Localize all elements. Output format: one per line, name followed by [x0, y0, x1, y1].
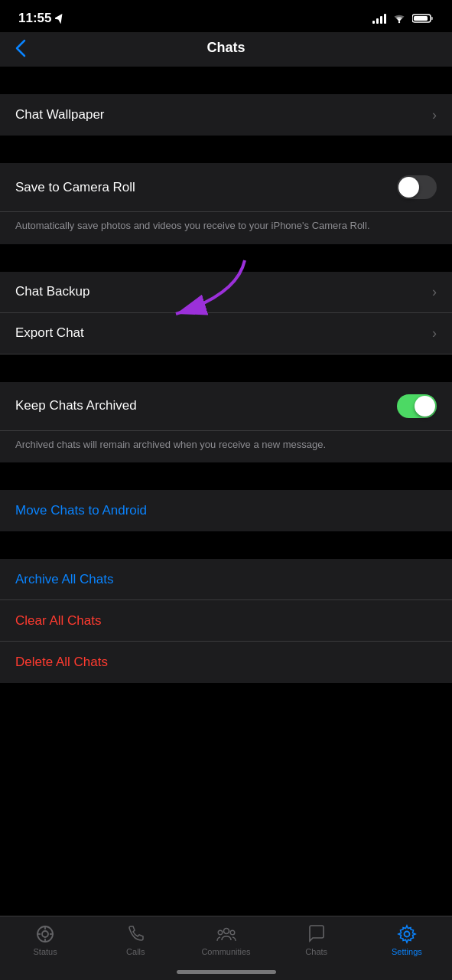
nav-header: Chats [0, 32, 452, 67]
chat-backup-row[interactable]: Chat Backup › [0, 272, 452, 313]
tab-status[interactable]: Status [0, 924, 90, 956]
back-button[interactable] [15, 39, 26, 57]
svg-rect-3 [414, 16, 428, 21]
tab-settings[interactable]: Settings [362, 924, 452, 956]
svg-point-12 [218, 930, 223, 935]
signal-icon [372, 13, 386, 24]
delete-all-row[interactable]: Delete All Chats [0, 642, 452, 683]
archive-all-label: Archive All Chats [15, 572, 114, 587]
tab-chats-label: Chats [305, 947, 327, 956]
svg-rect-2 [431, 17, 434, 20]
tab-chats[interactable]: Chats [272, 924, 362, 956]
tab-settings-label: Settings [392, 947, 422, 956]
camera-roll-description: Automatically save photos and videos you… [0, 212, 452, 244]
move-android-row[interactable]: Move Chats to Android [0, 490, 452, 531]
export-chat-label: Export Chat [15, 325, 84, 341]
location-arrow-icon [55, 13, 64, 24]
export-chat-row[interactable]: Export Chat › [0, 313, 452, 354]
archive-all-row[interactable]: Archive All Chats [0, 559, 452, 600]
calls-icon [125, 924, 145, 944]
wifi-icon [392, 13, 406, 24]
clear-all-row[interactable]: Clear All Chats [0, 600, 452, 642]
move-android-label: Move Chats to Android [15, 503, 147, 518]
page-title: Chats [206, 40, 245, 56]
chat-backup-label: Chat Backup [15, 284, 89, 299]
save-camera-roll-row[interactable]: Save to Camera Roll [0, 163, 452, 212]
section-gap-4 [0, 354, 452, 382]
section-move-android: Move Chats to Android [0, 490, 452, 531]
section-bulk-actions: Archive All Chats Clear All Chats Delete… [0, 559, 452, 683]
section-gap-3 [0, 244, 452, 272]
chevron-icon: › [432, 107, 437, 123]
archived-description: Archived chats will remain archived when… [0, 431, 452, 463]
tab-communities[interactable]: Communities [180, 924, 271, 956]
communities-icon [216, 924, 236, 944]
chats-icon [307, 924, 327, 944]
section-archived: Keep Chats Archived Archived chats will … [0, 382, 452, 463]
keep-archived-label: Keep Chats Archived [15, 398, 137, 413]
keep-archived-row[interactable]: Keep Chats Archived [0, 382, 452, 431]
section-gap-2 [0, 136, 452, 163]
section-gap-1 [0, 67, 452, 94]
section-backup: Chat Backup › Export Chat › [0, 272, 452, 354]
svg-point-13 [230, 930, 235, 935]
tab-status-label: Status [34, 947, 57, 956]
svg-point-6 [42, 931, 48, 937]
home-indicator [177, 970, 276, 974]
chevron-icon: › [432, 325, 437, 341]
tab-calls[interactable]: Calls [90, 924, 180, 956]
chat-wallpaper-label: Chat Wallpaper [15, 107, 105, 122]
bottom-spacer [0, 683, 452, 714]
section-wallpaper: Chat Wallpaper › [0, 94, 452, 136]
settings-icon [397, 924, 417, 944]
delete-all-label: Delete All Chats [15, 655, 108, 670]
svg-point-0 [398, 21, 400, 23]
battery-icon [412, 13, 434, 24]
chevron-icon: › [432, 284, 437, 300]
save-camera-roll-label: Save to Camera Roll [15, 180, 135, 195]
svg-point-11 [223, 929, 229, 934]
tab-communities-label: Communities [201, 947, 250, 956]
status-time: 11:55 [18, 11, 64, 26]
svg-point-14 [404, 932, 409, 937]
clear-all-label: Clear All Chats [15, 613, 101, 629]
status-bar: 11:55 [0, 0, 452, 32]
section-gap-6 [0, 531, 452, 559]
chat-wallpaper-row[interactable]: Chat Wallpaper › [0, 94, 452, 136]
section-gap-5 [0, 462, 452, 490]
tab-calls-label: Calls [126, 947, 145, 956]
section-camera-roll: Save to Camera Roll Automatically save p… [0, 163, 452, 244]
save-camera-roll-toggle[interactable] [397, 175, 437, 199]
status-icons [372, 13, 434, 24]
keep-archived-toggle[interactable] [397, 394, 437, 418]
status-icon [35, 924, 55, 944]
